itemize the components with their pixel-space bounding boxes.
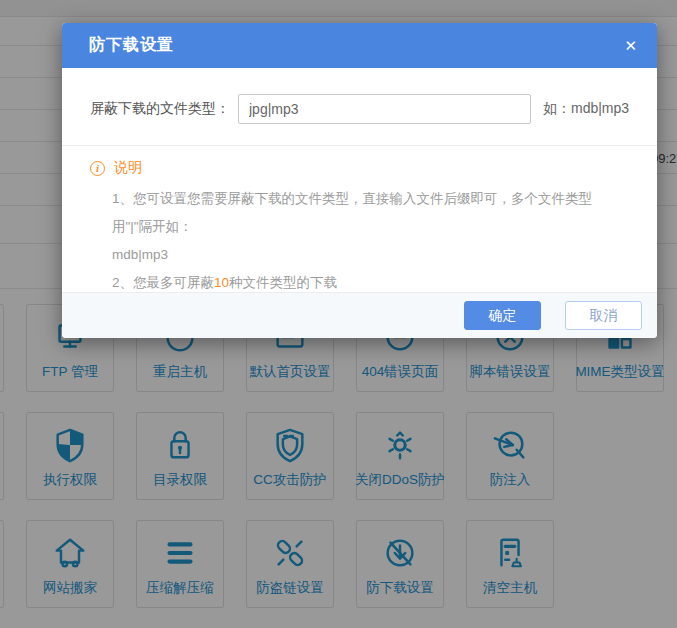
notice-section: i 说明 1、您可设置您需要屏蔽下载的文件类型，直接输入文件后缀即可，多个文件类…	[62, 146, 657, 297]
dialog-header: 防下载设置 ✕	[62, 23, 657, 68]
filetypes-example-hint: 如：mdb|mp3	[543, 100, 629, 118]
dialog-footer: 确定 取消	[62, 292, 657, 338]
notice-title: 说明	[114, 159, 142, 177]
blocked-filetypes-label: 屏蔽下载的文件类型：	[90, 100, 230, 118]
max-count-highlight: 10	[214, 275, 229, 290]
close-icon[interactable]: ✕	[624, 38, 637, 53]
notice-item-1: 1、您可设置您需要屏蔽下载的文件类型，直接输入文件后缀即可，多个文件类型用"|"…	[112, 185, 627, 241]
blocked-filetypes-input[interactable]	[238, 94, 531, 124]
dialog-title: 防下载设置	[89, 35, 174, 56]
blocked-filetypes-row: 屏蔽下载的文件类型： 如：mdb|mp3	[90, 94, 657, 124]
notice-header: i 说明	[90, 159, 627, 177]
notice-items: 1、您可设置您需要屏蔽下载的文件类型，直接输入文件后缀即可，多个文件类型用"|"…	[112, 185, 627, 297]
confirm-button[interactable]: 确定	[464, 301, 541, 330]
info-icon: i	[90, 161, 105, 176]
anti-download-settings-dialog: 防下载设置 ✕ 屏蔽下载的文件类型： 如：mdb|mp3 i 说明 1、您可设置…	[62, 23, 657, 338]
cancel-button[interactable]: 取消	[565, 301, 642, 330]
notice-item-1-example: mdb|mp3	[112, 241, 627, 269]
dialog-body: 屏蔽下载的文件类型： 如：mdb|mp3 i 说明 1、您可设置您需要屏蔽下载的…	[62, 94, 657, 297]
